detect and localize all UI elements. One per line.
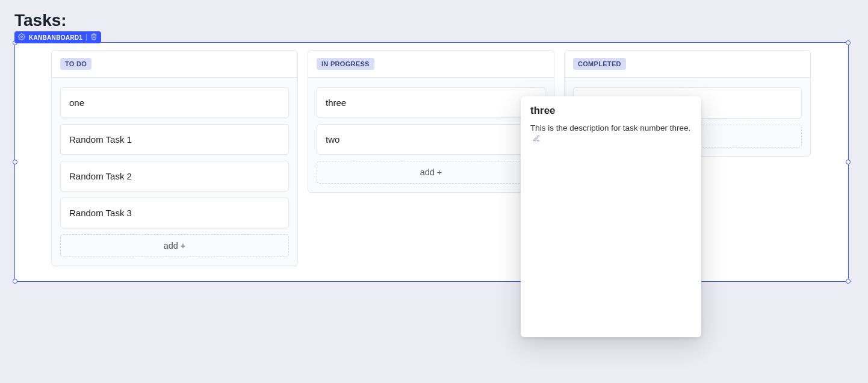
kanban-board: TO DO one Random Task 1 Random Task 2 Ra… [15,43,848,281]
popover-description: This is the description for task number … [530,123,692,146]
task-card[interactable]: Random Task 3 [60,198,289,228]
task-card[interactable]: two [317,124,545,155]
task-card[interactable]: Random Task 2 [60,161,289,192]
popover-description-text: This is the description for task number … [530,123,690,132]
pencil-icon[interactable] [533,134,541,146]
column-badge: TO DO [60,58,91,70]
column-in-progress: IN PROGRESS three two add + [308,50,554,193]
task-card[interactable]: Random Task 1 [60,124,289,155]
resize-handle-middle-right[interactable] [846,160,851,164]
separator [86,34,87,41]
svg-point-0 [21,36,23,38]
resize-handle-top-right[interactable] [846,40,851,45]
trash-icon[interactable] [90,33,98,42]
resize-handle-middle-left[interactable] [13,160,17,164]
task-detail-popover: three This is the description for task n… [521,96,701,337]
column-todo: TO DO one Random Task 1 Random Task 2 Ra… [51,50,298,266]
add-card-button[interactable]: add + [60,234,289,257]
gear-icon [18,33,25,42]
resize-handle-bottom-right[interactable] [846,279,851,284]
column-body: three two add + [308,78,554,192]
resize-handle-bottom-left[interactable] [13,279,17,284]
column-header: COMPLETED [565,51,810,78]
popover-title: three [530,105,692,117]
column-body: one Random Task 1 Random Task 2 Random T… [52,78,297,266]
column-badge: IN PROGRESS [317,58,374,70]
widget-selection-outline: TO DO one Random Task 1 Random Task 2 Ra… [14,42,849,282]
page-title: Tasks: [14,11,854,30]
column-header: TO DO [52,51,297,78]
task-card[interactable]: one [60,87,289,118]
add-card-button[interactable]: add + [317,161,545,184]
column-badge: COMPLETED [573,58,626,70]
widget-handle[interactable]: KANBANBOARD1 [14,31,101,43]
task-card[interactable]: three [317,87,545,118]
column-header: IN PROGRESS [308,51,554,78]
widget-handle-label: KANBANBOARD1 [29,34,82,41]
